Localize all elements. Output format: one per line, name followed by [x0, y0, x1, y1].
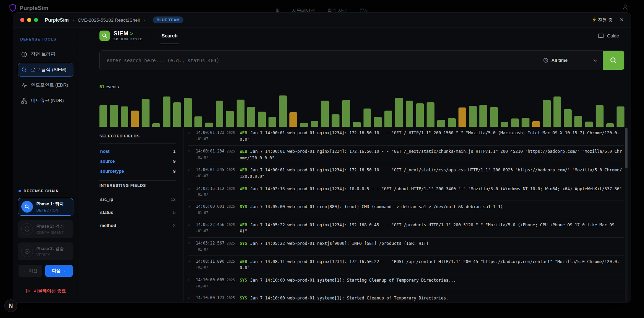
sidebar-item-label: 로그 탐색 (SIEM)	[31, 67, 67, 73]
event-count-number: 51	[99, 84, 104, 89]
phase-card[interactable]: Phase 1: 탐지DETECTION	[18, 198, 73, 216]
histogram-bar	[131, 111, 139, 127]
siem-header: SIEM > SPLUNK STYLE Search Guide	[78, 27, 631, 44]
event-raw-text: Jan 7 14:05:22 web-prod-01 nginx[1234]: …	[240, 223, 615, 234]
zoom-traffic-light[interactable]	[34, 18, 38, 22]
event-message: SYSJan 7 14:10:00 web-prod-01 systemd[1]…	[240, 277, 623, 289]
expand-chevron-icon[interactable]: ›	[188, 240, 196, 253]
event-row: ›14:10:00.123 2025-01-07SYSJan 7 14:10:0…	[188, 292, 624, 302]
close-traffic-light[interactable]	[20, 18, 24, 22]
exit-simulation-button[interactable]: 시뮬레이션 종료	[18, 282, 73, 297]
breadcrumb-separator: ›	[72, 18, 74, 23]
event-time: 14:00:01.234	[196, 149, 227, 154]
event-raw-text: Jan 7 14:05:22 web-prod-01 nextjs[9000]:…	[250, 241, 429, 246]
histogram-bar	[342, 100, 350, 127]
event-time: 14:00:01.123	[196, 130, 227, 135]
user-icon[interactable]	[622, 4, 628, 10]
sidebar-item-search[interactable]: 로그 탐색 (SIEM)	[18, 63, 73, 77]
expand-chevron-icon[interactable]: ›	[188, 167, 196, 180]
backdrop-top-nav: PurpleSim 홈시뮬레이션학습 자료문서	[0, 0, 644, 14]
histogram-bar	[163, 96, 171, 127]
minimize-traffic-light[interactable]	[27, 18, 31, 22]
histogram-bar	[437, 120, 445, 127]
event-raw-text: Jan 7 14:00:01 web-prod-01 nginx[1234]: …	[240, 149, 622, 160]
event-time: 14:05:22.456	[196, 222, 227, 227]
search-bar: All time	[99, 50, 624, 70]
siem-logo-arrow: >	[130, 31, 133, 36]
field-row-source[interactable]: source9	[99, 156, 176, 166]
event-message: WEBJan 7 14:00:01 web-prod-01 nginx[1234…	[240, 130, 623, 143]
expand-chevron-icon[interactable]: ›	[188, 222, 196, 235]
histogram-bar	[110, 105, 118, 127]
histogram-bar	[321, 101, 329, 127]
sidebar-item-briefing[interactable]: 작전 브리핑	[18, 47, 73, 61]
sidebar-item-network[interactable]: 네트워크 (NDR)	[18, 94, 73, 107]
event-time: 14:08:11.890	[196, 259, 227, 264]
event-time: 14:10:00.005	[196, 277, 227, 282]
histogram-bar	[606, 123, 614, 127]
phase-text: Phase 1: 탐지DETECTION	[36, 201, 64, 212]
expand-chevron-icon[interactable]: ›	[188, 277, 196, 289]
histogram-bar	[353, 122, 361, 127]
clock-icon	[543, 58, 548, 63]
expand-chevron-icon[interactable]: ›	[188, 186, 196, 198]
field-row-method[interactable]: method2	[99, 219, 176, 232]
histogram-bar	[258, 112, 266, 127]
histogram-bar	[458, 107, 466, 127]
defense-sidebar: DEFENSE TOOLS 작전 브리핑로그 탐색 (SIEM)엔드포인트 (E…	[13, 27, 78, 302]
event-message: WEBJan 7 14:02:15 web-prod-01 nginx[1234…	[240, 186, 623, 198]
field-row-sourcetype[interactable]: sourcetype9	[99, 166, 176, 176]
time-range-dropdown[interactable]: All time	[538, 51, 603, 70]
event-raw-text: Jan 7 14:08:11 web-prod-01 nginx[1234]: …	[240, 259, 619, 271]
event-time: 14:05:22.567	[196, 241, 227, 246]
tab-search[interactable]: Search	[162, 27, 178, 44]
phase-card[interactable]: Phase 3: 검증VERIFY	[18, 242, 73, 260]
expand-chevron-icon[interactable]: ›	[188, 204, 196, 216]
expand-chevron-icon[interactable]: ›	[188, 130, 196, 143]
breadcrumb-separator: ›	[143, 18, 145, 23]
phase-title: Phase 2: 격리	[36, 224, 64, 229]
close-icon[interactable]: ✕	[619, 17, 624, 23]
purplesim-shield-icon	[9, 4, 16, 12]
histogram-bar	[427, 102, 434, 127]
field-count: 9	[173, 159, 176, 164]
phase-title: Phase 3: 검증	[36, 246, 64, 252]
event-timestamp: 14:00:01.123 2025-01-07	[196, 130, 240, 143]
field-row-host[interactable]: host1	[99, 146, 176, 156]
sidebar-item-activity[interactable]: 엔드포인트 (EDR)	[18, 78, 73, 92]
histogram-bar	[574, 116, 582, 127]
search-submit-button[interactable]	[603, 51, 624, 70]
histogram-bar	[142, 99, 150, 127]
siem-logo-title: SIEM	[114, 31, 129, 36]
header-divider	[151, 32, 151, 39]
expand-chevron-icon[interactable]: ›	[188, 148, 196, 161]
previous-button[interactable]: ← 이전	[19, 265, 42, 277]
guide-button[interactable]: Guide	[598, 33, 619, 38]
phase-card[interactable]: Phase 2: 격리CONTAINMENT	[18, 220, 73, 238]
scrollbar-thumb[interactable]	[625, 128, 628, 168]
histogram-bar	[363, 109, 371, 127]
expand-chevron-icon[interactable]: ›	[188, 259, 196, 271]
field-row-src_ip[interactable]: src_ip13	[99, 193, 176, 206]
interesting-fields-label: INTERESTING FIELDS	[99, 180, 176, 193]
histogram-bar	[289, 112, 297, 127]
event-timestamp: 14:02:15.112 2025-01-07	[196, 186, 240, 198]
histogram-bar	[269, 117, 276, 127]
event-timestamp: 14:00:01.234 2025-01-07	[196, 148, 240, 161]
event-timestamp: 14:10:00.123 2025-01-07	[196, 295, 240, 302]
histogram-bar	[121, 106, 129, 127]
event-timestamp: 14:05:22.567 2025-01-07	[196, 240, 240, 253]
check-circle-icon	[21, 246, 33, 257]
histogram-bar	[416, 103, 424, 127]
event-timestamp: 14:08:11.890 2025-01-07	[196, 259, 240, 271]
sidebar-item-label: 네트워크 (NDR)	[31, 98, 64, 104]
field-row-status[interactable]: status5	[99, 206, 176, 219]
event-row: ›14:08:11.890 2025-01-07WEBJan 7 14:08:1…	[188, 256, 624, 274]
histogram-bar	[205, 123, 213, 127]
expand-chevron-icon[interactable]: ›	[188, 295, 196, 302]
histogram-bar	[448, 118, 456, 127]
search-input[interactable]	[100, 51, 538, 70]
histogram-bar	[226, 111, 234, 127]
next-button[interactable]: 다음 →	[45, 265, 73, 277]
field-name: host	[100, 149, 109, 154]
